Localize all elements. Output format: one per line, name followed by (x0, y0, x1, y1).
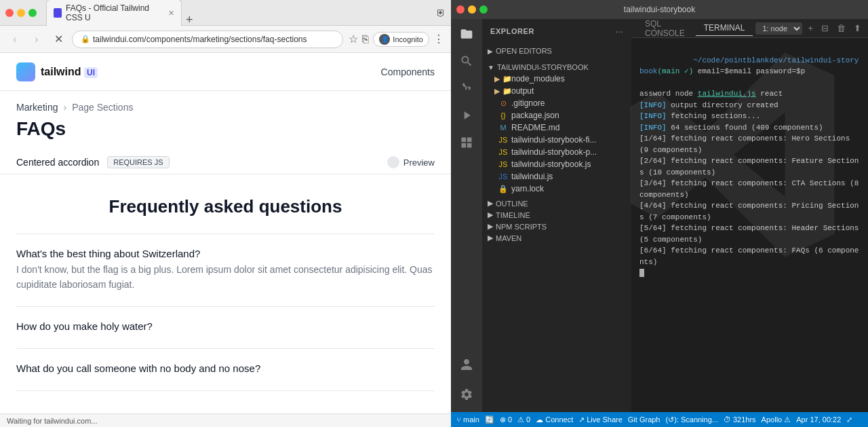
faq-item-3[interactable]: What do you call someone with no body an… (16, 349, 435, 391)
git-branch-item[interactable]: ⑂ main (456, 415, 479, 424)
breadcrumb-marketing[interactable]: Marketing (16, 102, 58, 113)
vscode-close-button[interactable] (456, 5, 465, 14)
tab-close-icon[interactable]: ✕ (168, 9, 174, 18)
open-editors-header[interactable]: ▶ OPEN EDITORS (482, 45, 631, 56)
maven-section[interactable]: ▶ MAVEN (482, 232, 631, 244)
new-tab-button[interactable]: + (186, 14, 193, 26)
incognito-badge: 👤 Incognito (373, 32, 429, 47)
warnings-item[interactable]: ⚠ 0 (517, 415, 530, 424)
faq-item-2[interactable]: How do you make holy water? (16, 307, 435, 349)
accounts-activity-icon[interactable] (454, 352, 479, 377)
address-bar[interactable]: 🔒 tailwindui.com/components/marketing/se… (72, 31, 343, 48)
git-graph-item[interactable]: Git Graph (628, 415, 660, 424)
panel-tab-actions: 1: node + ⊟ 🗑 ⬆ ✕ (755, 22, 868, 35)
split-terminal-icon[interactable]: ⊟ (818, 22, 831, 35)
explorer-activity-icon[interactable] (454, 22, 479, 46)
menu-icon[interactable]: ⋮ (433, 33, 444, 45)
breadcrumb-page-sections[interactable]: Page Sections (72, 102, 133, 113)
bookmark-icon[interactable]: ☆ (349, 33, 358, 45)
json-icon: {} (498, 111, 508, 120)
filename-storybook-js: tailwindui-storybook.js (511, 160, 591, 169)
maximize-terminal-icon[interactable]: ⬆ (851, 22, 864, 35)
sidebar-actions: ··· (615, 26, 623, 37)
vscode-minimize-button[interactable] (468, 5, 476, 14)
back-button[interactable]: ‹ (7, 31, 23, 48)
activity-bar (451, 19, 482, 412)
terminal-panel: SQL CONSOLE TERMINAL 1: node + ⊟ 🗑 ⬆ ✕ (631, 19, 868, 412)
filename-tailwindui-js: tailwindui.js (511, 172, 553, 181)
maximize-button[interactable] (28, 9, 37, 17)
sync-icon-item[interactable]: 🔄 (485, 415, 494, 424)
browser-titlebar: FAQs - Official Tailwind CSS U ✕ + ⛨ (0, 0, 451, 26)
minimize-button[interactable] (17, 9, 25, 17)
time-item[interactable]: ⏱ 321hrs (724, 415, 756, 424)
md-icon: M (498, 123, 508, 132)
terminal-tab[interactable]: TERMINAL (696, 20, 753, 36)
requires-js-badge: REQUIRES JS (107, 156, 169, 168)
tailwind-logo-text: tailwind UI (41, 66, 98, 78)
file-storybook-js[interactable]: JS tailwindui-storybook.js (488, 158, 631, 170)
page-title: FAQs (0, 118, 451, 151)
close-button[interactable] (5, 9, 14, 17)
trash-terminal-icon[interactable]: 🗑 (834, 22, 848, 35)
file-yarn-lock[interactable]: 🔒 yarn.lock (488, 183, 631, 195)
faq-question-3: What do you call someone with no body an… (16, 363, 435, 374)
preview-button[interactable]: Preview (387, 156, 435, 168)
reload-button[interactable]: ✕ (50, 31, 66, 48)
search-activity-icon[interactable] (454, 49, 479, 73)
faq-question-2: How do you make holy water? (16, 320, 435, 332)
file-node_modules[interactable]: ▶ 📁 node_modules (488, 73, 631, 85)
terminal-instance-select[interactable]: 1: node (755, 22, 802, 35)
outline-section[interactable]: ▶ OUTLINE (482, 198, 631, 209)
lock-file-icon: 🔒 (498, 184, 508, 193)
apollo-item[interactable]: Apollo ⚠ (762, 415, 791, 424)
maven-label: MAVEN (496, 234, 521, 242)
sql-console-tab[interactable]: SQL CONSOLE (637, 19, 693, 41)
cast-icon[interactable]: ⎘ (362, 33, 369, 45)
file-gitignore[interactable]: ⊙ .gitignore (488, 97, 631, 109)
file-readme[interactable]: M README.md (488, 122, 631, 134)
expand-icon: ⤢ (846, 415, 852, 424)
filename-readme: README.md (511, 123, 559, 132)
file-storybook-p[interactable]: JS tailwindui-storybook-p... (488, 146, 631, 158)
connect-item[interactable]: ☁ Connect (536, 415, 573, 424)
timeline-section[interactable]: ▶ TIMELINE (482, 209, 631, 221)
scanning-item[interactable]: (↺): Scanning... (665, 415, 717, 424)
components-nav-item[interactable]: Components (381, 67, 435, 77)
source-control-activity-icon[interactable] (454, 76, 479, 100)
term-line-0: ~/code/pointblankdev/tailwindui-storyboo… (639, 43, 860, 88)
faq-question-1: What's the best thing about Switzerland? (16, 248, 435, 259)
sidebar-menu-icon[interactable]: ··· (615, 26, 623, 37)
vscode-maximize-button[interactable] (479, 5, 488, 14)
term-link: tailwindui.js (698, 90, 756, 98)
live-share-item[interactable]: ↗ Live Share (578, 415, 623, 424)
ts-icon: JS (498, 172, 508, 181)
project-section: ▼ TAILWINDUI-STORYBOOK ▶ 📁 node_modules … (482, 59, 631, 198)
term-line-2: [INFO] output directory created (639, 100, 860, 111)
forward-button[interactable]: › (28, 31, 45, 48)
extensions-activity-icon[interactable] (454, 130, 479, 155)
outline-label: OUTLINE (496, 200, 528, 208)
timeline-label: TIMELINE (496, 211, 530, 219)
open-editors-arrow: ▶ (488, 48, 493, 55)
settings-activity-icon[interactable] (454, 382, 479, 407)
npm-section[interactable]: ▶ NPM SCRIPTS (482, 221, 631, 232)
file-storybook-fi[interactable]: JS tailwindui-storybook-fi... (488, 134, 631, 146)
section-label: Centered accordion (16, 157, 99, 168)
sync-icon: 🔄 (485, 415, 494, 424)
file-output[interactable]: ▶ 📁 output (488, 85, 631, 97)
faq-item-1[interactable]: What's the best thing about Switzerland?… (16, 234, 435, 307)
new-terminal-icon[interactable]: + (805, 22, 816, 35)
file-package-json[interactable]: {} package.json (488, 109, 631, 122)
active-tab[interactable]: FAQs - Official Tailwind CSS U ✕ (46, 0, 182, 26)
expand-icon-item[interactable]: ⤢ (846, 415, 852, 424)
terminal-content[interactable]: ~/code/pointblankdev/tailwindui-storyboo… (631, 38, 868, 412)
errors-item[interactable]: ⊗ 0 (500, 415, 512, 424)
project-header[interactable]: ▼ TAILWINDUI-STORYBOOK (482, 62, 631, 73)
vscode-sidebar: EXPLORER ··· ▶ OPEN EDITORS ▼ TAILWINDUI… (482, 19, 631, 412)
tailwind-logo-icon (16, 62, 35, 81)
run-activity-icon[interactable] (454, 103, 479, 128)
file-tailwindui-js[interactable]: JS tailwindui.js (488, 170, 631, 183)
svg-rect-3 (467, 143, 472, 148)
js-icon-2: JS (498, 147, 508, 157)
